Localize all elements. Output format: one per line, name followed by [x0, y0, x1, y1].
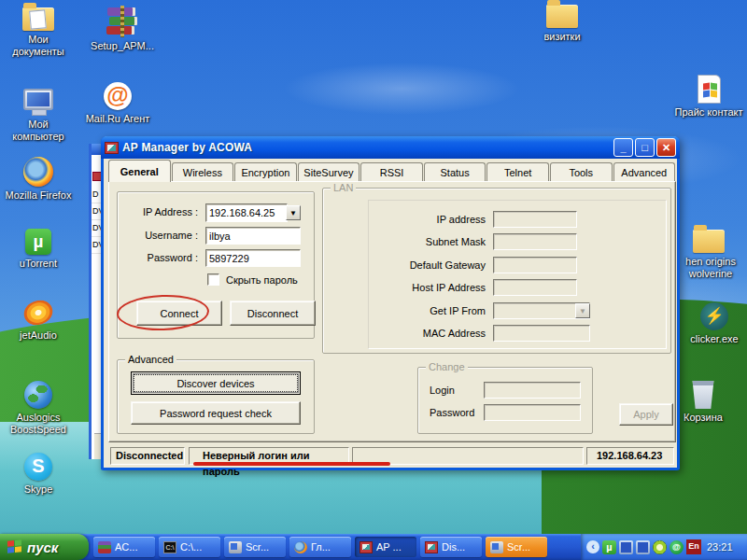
utorrent-tray-icon[interactable]: µ: [602, 540, 616, 554]
discover-devices-button[interactable]: Discover devices: [131, 371, 301, 395]
network-icon[interactable]: [636, 540, 650, 554]
desktop-icon-skype[interactable]: S Skype: [2, 453, 75, 496]
username-field[interactable]: [205, 227, 301, 245]
tab-advanced[interactable]: Advanced: [613, 162, 676, 182]
change-group: Change Login Password: [417, 367, 593, 434]
taskbar-item-screen2[interactable]: Scr...: [486, 537, 547, 557]
desktop-icon-utorrent[interactable]: µ uTorrent: [2, 229, 75, 270]
hide-password-checkbox[interactable]: [207, 273, 219, 286]
winrar-archive-icon: [106, 7, 139, 37]
desktop-icon-mailru-agent[interactable]: @ Mail.Ru Агент: [73, 82, 162, 125]
desktop-icon-wolverine-folder[interactable]: hen originswolverine: [674, 230, 747, 280]
icon-label: clicker.exe: [678, 333, 747, 345]
change-login-field: [484, 382, 581, 399]
desktop-icon-my-documents[interactable]: Мои документы: [2, 7, 75, 58]
mailru-tray-icon[interactable]: @: [669, 540, 684, 554]
minimize-button[interactable]: _: [613, 138, 633, 157]
folder-icon: [546, 5, 578, 28]
lan-gateway-label: Default Gateway: [381, 259, 486, 271]
icon-label: Mozilla Firefox: [2, 189, 75, 202]
taskbar-item-winrar[interactable]: AC...: [93, 537, 155, 557]
taskbar-item-firefox[interactable]: Гл...: [289, 537, 351, 557]
screen-capture-icon: [229, 541, 242, 553]
lan-ip-label: IP address: [381, 214, 486, 225]
desktop-icon-auslogics[interactable]: Auslogics BoostSpeed: [2, 381, 75, 436]
taskbar-item-discover[interactable]: Dis...: [420, 537, 482, 557]
maximize-button[interactable]: □: [635, 138, 655, 157]
taskbar-item-cmd[interactable]: C:\ C:\...: [159, 537, 220, 557]
tab-wireless[interactable]: Wireless: [172, 162, 234, 182]
close-button[interactable]: ✕: [656, 138, 676, 157]
advanced-group: Advanced Discover devices Password reque…: [117, 359, 315, 434]
lan-gateway-field: [493, 257, 577, 273]
globe-icon: [24, 381, 52, 409]
desktop-icon-clicker[interactable]: ⚡ clicker.exe: [678, 302, 747, 345]
ap-manager-icon: [425, 541, 438, 553]
password-field[interactable]: [205, 249, 301, 267]
app-icon: [105, 142, 119, 154]
firefox-icon: [294, 541, 307, 553]
my-computer-icon: [23, 89, 53, 110]
desktop-icon-vizitki[interactable]: визитки: [526, 5, 599, 43]
connection-status: Disconnected: [110, 447, 185, 465]
chevron-down-icon: ▼: [575, 303, 590, 318]
advanced-group-label: Advanced: [125, 354, 176, 365]
recycle-bin-icon: [691, 381, 715, 409]
tab-bar: General Wireless Encryption SiteSurvey R…: [108, 162, 676, 182]
clock[interactable]: 23:21: [707, 541, 733, 553]
tab-sitesurvey[interactable]: SiteSurvey: [298, 162, 360, 182]
task-label: AP ...: [376, 541, 402, 553]
tab-status[interactable]: Status: [424, 162, 486, 182]
taskbar-item-ap-manager[interactable]: AP ...: [355, 537, 416, 557]
desktop-icon-price-contact[interactable]: Прайс контакт: [670, 75, 747, 119]
folder-icon: [693, 230, 725, 253]
icon-label: Mail.Ru Агент: [73, 113, 162, 125]
tab-general[interactable]: General: [108, 160, 171, 182]
title-bar[interactable]: AP Manager by ACOWA _ □ ✕: [101, 136, 680, 159]
change-group-label: Change: [426, 361, 468, 372]
lan-subnet-field: [493, 233, 577, 250]
ap-manager-icon: [359, 541, 373, 553]
document-icon: [698, 75, 721, 104]
tray-collapse-icon[interactable]: ‹: [586, 540, 599, 553]
language-indicator[interactable]: En: [686, 539, 701, 554]
ip-address-combo[interactable]: [205, 203, 288, 222]
clicker-icon: ⚡: [700, 302, 728, 330]
desktop-icon-my-computer[interactable]: Мой компьютер: [2, 89, 75, 143]
skype-icon: S: [24, 453, 52, 481]
icon-label: Мои документы: [2, 34, 75, 58]
tab-rssi[interactable]: RSSI: [360, 162, 423, 182]
windows-flag-icon: [7, 539, 22, 554]
desktop-icon-jetaudio[interactable]: jetAudio: [2, 299, 75, 342]
chevron-down-icon[interactable]: ▼: [286, 205, 301, 220]
icon-label: uTorrent: [2, 258, 75, 270]
tab-telnet[interactable]: Telnet: [486, 162, 549, 182]
icon-label: визитки: [526, 31, 599, 43]
tab-encryption[interactable]: Encryption: [234, 162, 297, 182]
icon-label: Мой компьютер: [2, 119, 75, 143]
lan-group-label: LAN: [331, 182, 356, 193]
winrar-icon: [98, 541, 111, 553]
tab-tools[interactable]: Tools: [550, 162, 613, 182]
icon-label: Setup_APM...: [80, 40, 164, 52]
start-button[interactable]: пуск: [0, 534, 89, 560]
cmd-icon: C:\: [163, 541, 176, 553]
lan-mac-field: [493, 325, 590, 342]
desktop-icon-firefox[interactable]: Mozilla Firefox: [2, 157, 75, 202]
taskbar-item-screen1[interactable]: Scr...: [224, 537, 286, 557]
network-icon[interactable]: [619, 540, 633, 554]
username-label: Username :: [123, 230, 198, 241]
task-label: Dis...: [442, 541, 465, 553]
desktop-icon-setup-apm[interactable]: Setup_APM...: [80, 7, 164, 52]
player-tray-icon[interactable]: [653, 540, 667, 554]
status-ip: 192.168.64.23: [586, 447, 674, 465]
password-label: Password :: [123, 252, 198, 263]
lan-hostip-label: Host IP Address: [381, 282, 486, 293]
change-password-label: Password: [430, 407, 474, 418]
password-request-check-button[interactable]: Password request check: [131, 401, 301, 425]
disconnect-button[interactable]: Disconnect: [230, 301, 316, 326]
annotation-underline-message: [193, 462, 390, 466]
icon-label: jetAudio: [2, 329, 75, 342]
icon-label: hen originswolverine: [674, 256, 747, 280]
task-label: Scr...: [507, 541, 530, 553]
